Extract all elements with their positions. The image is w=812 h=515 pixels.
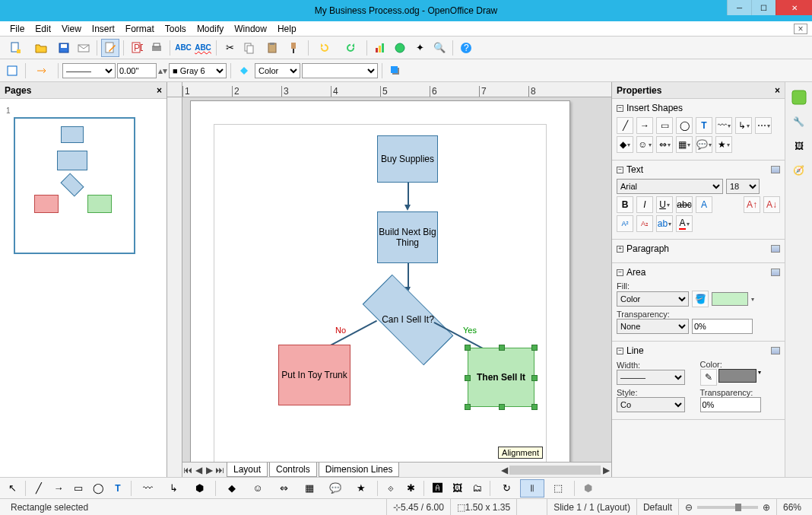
line-transp-input[interactable]	[700, 397, 761, 412]
shape-then-sell-it[interactable]: Then Sell It	[468, 348, 534, 407]
minimize-button[interactable]: ─	[727, 0, 751, 15]
menu-format[interactable]: Format	[120, 22, 160, 36]
shadow-text-button[interactable]: A	[696, 196, 712, 213]
super-button[interactable]: A²	[617, 215, 633, 232]
tab-layout[interactable]: Layout	[227, 463, 268, 477]
paste-button[interactable]	[260, 39, 284, 57]
spellcheck-button[interactable]: ABC	[174, 39, 192, 57]
properties-close-icon[interactable]: ×	[775, 85, 780, 96]
bold-button[interactable]: B	[617, 196, 633, 213]
menu-tools[interactable]: Tools	[160, 22, 192, 36]
format-paintbrush-button[interactable]	[286, 39, 304, 57]
open-button[interactable]	[29, 39, 53, 57]
rect-tool[interactable]: ▭	[69, 479, 87, 498]
tab-nav-prev[interactable]: ◀	[193, 465, 204, 475]
arrange-tool[interactable]: ⬚	[546, 479, 570, 498]
draw-more-icon[interactable]: ⋯	[755, 117, 772, 134]
from-file-tool[interactable]: 🖼	[448, 479, 466, 498]
page-thumbnail-1[interactable]	[14, 117, 135, 254]
zoom-slider[interactable]	[697, 506, 758, 509]
show-draw-icon[interactable]	[3, 62, 21, 80]
gallery-tool[interactable]: 🗂	[468, 479, 486, 498]
strike-button[interactable]: abc	[676, 196, 693, 213]
flowchart-icon[interactable]: ▦	[676, 136, 693, 153]
chart-button[interactable]	[371, 39, 389, 57]
text-tool[interactable]: T	[109, 479, 127, 498]
ellipse-tool[interactable]: ◯	[89, 479, 107, 498]
navigator-button[interactable]: ✦	[411, 39, 429, 57]
line-arrow-style-button[interactable]	[30, 62, 54, 80]
menu-file[interactable]: File	[5, 22, 30, 36]
copy-button[interactable]	[240, 39, 259, 57]
fill-color-swatch[interactable]	[712, 292, 748, 306]
sidebar-navigator-icon[interactable]: 🧭	[790, 161, 808, 180]
resize-handle[interactable]	[499, 404, 505, 410]
zoom-percent[interactable]: 66%	[776, 499, 807, 515]
sub-button[interactable]: A₂	[636, 215, 653, 232]
menu-modify[interactable]: Modify	[192, 22, 229, 36]
fill-mode-select[interactable]: Color	[617, 291, 689, 307]
sidebar-styles-icon[interactable]: 🔧	[790, 113, 808, 131]
fill-color-select[interactable]	[302, 63, 378, 78]
tab-nav-first[interactable]: ⏮	[182, 465, 193, 475]
fill-style-select[interactable]: Color	[255, 63, 300, 78]
menu-edit[interactable]: Edit	[30, 22, 56, 36]
symbol-tool[interactable]: ☺	[246, 479, 270, 498]
sidebar-properties-icon[interactable]	[790, 88, 808, 106]
line-color-swatch[interactable]	[718, 369, 756, 383]
symbol-shapes-icon[interactable]: ☺	[636, 136, 653, 153]
menu-insert[interactable]: Insert	[87, 22, 120, 36]
shape-decision[interactable]: Can I Sell It?	[372, 295, 444, 345]
maximize-button[interactable]: ☐	[751, 0, 776, 15]
text-more-icon[interactable]	[771, 166, 780, 173]
line-style-select-prop[interactable]: Co	[617, 397, 685, 412]
area-more-icon[interactable]	[771, 269, 780, 276]
align-tool[interactable]: ⫴	[520, 479, 544, 498]
shape-buy-supplies[interactable]: Buy Supplies	[377, 135, 438, 183]
star-tool[interactable]: ★	[349, 479, 373, 498]
fontwork-tool[interactable]: 🅰	[428, 479, 446, 498]
transp-mode-select[interactable]: None	[617, 319, 689, 334]
line-more-icon[interactable]	[771, 347, 780, 354]
edit-points-tool[interactable]: ⟐	[382, 479, 400, 498]
pages-close-icon[interactable]: ×	[157, 85, 162, 96]
shape-build[interactable]: Build Next Big Thing	[377, 211, 438, 263]
draw-rect-icon[interactable]: ▭	[656, 117, 673, 134]
line-style-select[interactable]: ———	[62, 63, 116, 78]
flowchart-tool[interactable]: ▦	[297, 479, 322, 498]
resize-handle[interactable]	[531, 345, 538, 351]
scroll-left[interactable]: ◀	[499, 465, 509, 475]
draw-curve-icon[interactable]: 〰	[715, 117, 732, 134]
shadow-button[interactable]	[386, 62, 404, 80]
sidebar-gallery-icon[interactable]: 🖼	[790, 137, 808, 155]
basic-shapes-tool[interactable]: ◆	[220, 479, 244, 498]
transp-value-input[interactable]	[692, 319, 753, 334]
draw-arrow-icon[interactable]: →	[636, 117, 653, 134]
stars-icon[interactable]: ★	[715, 136, 732, 153]
zoom-button[interactable]: 🔍	[430, 39, 449, 57]
line-color-select[interactable]: ■ Gray 6	[169, 63, 227, 78]
menu-help[interactable]: Help	[272, 22, 302, 36]
draw-line-icon[interactable]: ╱	[617, 117, 633, 134]
arrows-tool[interactable]: ⇔	[271, 479, 296, 498]
drawing-page[interactable]: Buy Supplies Build Next Big Thing Can I …	[190, 100, 570, 462]
zoom-out-button[interactable]: ⊖	[685, 502, 693, 513]
glue-points-tool[interactable]: ✱	[401, 479, 420, 498]
3d-tool[interactable]: ⬢	[187, 479, 211, 498]
menu-window[interactable]: Window	[229, 22, 272, 36]
select-tool[interactable]: ↖	[3, 479, 21, 498]
email-button[interactable]	[75, 39, 93, 57]
canvas-area[interactable]: Buy Supplies Build Next Big Thing Can I …	[182, 97, 611, 462]
shape-toy-trunk[interactable]: Put In Toy Trunk	[278, 345, 350, 405]
close-button[interactable]: ✕	[776, 0, 812, 15]
arrow-tool[interactable]: →	[49, 479, 68, 498]
print-button[interactable]	[147, 39, 166, 57]
curve-tool[interactable]: 〰	[135, 479, 160, 498]
scroll-right[interactable]: ▶	[601, 465, 611, 475]
highlight-color-button[interactable]: ab	[656, 215, 673, 232]
hyperlink-button[interactable]	[391, 39, 409, 57]
connector-tool[interactable]: ↳	[161, 479, 186, 498]
tab-controls[interactable]: Controls	[269, 463, 317, 477]
save-button[interactable]	[55, 39, 73, 57]
font-size-select[interactable]: 18	[726, 179, 760, 194]
